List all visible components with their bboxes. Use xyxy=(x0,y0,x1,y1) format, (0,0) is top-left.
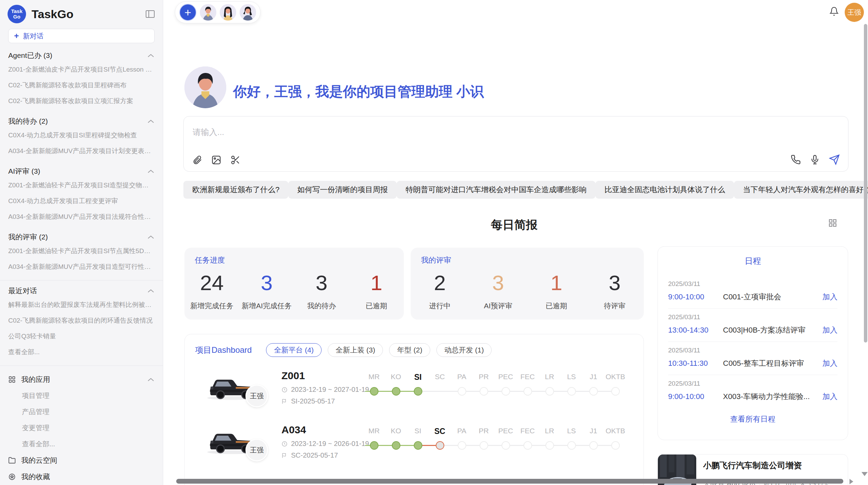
chat-input-box[interactable]: 请输入... xyxy=(183,116,848,172)
sidebar-task-item[interactable]: C0X4-动力总成开发项目SI里程碑提交物检查 xyxy=(8,127,155,143)
recent-conversation-item[interactable]: 解释最新出台的欧盟报废车法规再生塑料比例被调至15%... xyxy=(8,297,155,313)
app-sub-item[interactable]: 项目管理 xyxy=(0,388,163,404)
user-avatar[interactable]: 王强 xyxy=(845,3,864,22)
milestone-dot[interactable] xyxy=(370,441,378,450)
add-agent-button[interactable]: + xyxy=(179,4,196,21)
project-row[interactable]: 王强Z0012023-12-19 ~ 2027-01-19SI-2025-05-… xyxy=(204,370,637,424)
milestone-dot[interactable] xyxy=(545,441,554,450)
recent-conversation-item[interactable]: 公司Q3轻卡销量 xyxy=(8,328,155,344)
milestone-dot[interactable] xyxy=(589,387,598,396)
milestone-dot[interactable] xyxy=(436,441,444,450)
new-chat-button[interactable]: + 新对话 xyxy=(8,29,155,43)
horizontal-scrollbar[interactable] xyxy=(176,479,843,484)
schedule-item[interactable]: 2025/03/119:00-10:00C001-立项审批会加入 xyxy=(668,275,837,309)
chevron-up-icon[interactable] xyxy=(147,119,155,124)
milestone-dot[interactable] xyxy=(523,441,532,450)
member-avatar-3[interactable] xyxy=(240,4,256,21)
schedule-item[interactable]: 2025/03/1113:00-14:30C003|H0B-方案冻结评审加入 xyxy=(668,309,837,342)
member-avatar-1[interactable] xyxy=(200,4,216,21)
milestone-dot[interactable] xyxy=(523,387,532,396)
group-header[interactable]: AI评审 (3) xyxy=(8,166,155,176)
project-name[interactable]: Z001 xyxy=(281,370,305,382)
microphone-icon[interactable] xyxy=(810,154,820,165)
milestone-dot[interactable] xyxy=(414,441,422,450)
suggestion-chip[interactable]: 比亚迪全固态电池计划具体说了什么 xyxy=(595,181,734,199)
schedule-name: X003-车辆动力学性能验... xyxy=(723,391,818,402)
milestone-dot[interactable] xyxy=(414,387,422,396)
send-icon[interactable] xyxy=(829,154,840,165)
view-all-schedule-link[interactable]: 查看所有日程 xyxy=(668,408,837,431)
group-header[interactable]: 最近对话 xyxy=(8,286,155,296)
group-header[interactable]: 我的评审 (2) xyxy=(8,232,155,242)
app-sub-item[interactable]: 查看全部... xyxy=(0,436,163,452)
suggestion-chip[interactable]: 特朗普可能对进口汽车增税会对中国车企造成哪些影响 xyxy=(397,181,595,199)
sidebar-item-my-apps[interactable]: 我的应用 xyxy=(0,371,163,388)
sidebar-task-item[interactable]: C02-飞腾新能源轻客改款项目立项汇报方案 xyxy=(8,93,155,109)
milestone-dot[interactable] xyxy=(502,441,510,450)
schedule-item[interactable]: 2025/03/119:00-10:00X003-车辆动力学性能验...加入 xyxy=(668,375,837,408)
sidebar-task-item[interactable]: A034-全新新能源MUV产品开发项目计划变更表编写 xyxy=(8,143,155,159)
milestone-dot[interactable] xyxy=(589,441,598,450)
milestone-dot[interactable] xyxy=(611,441,620,450)
project-row[interactable]: 王强A0342023-12-19 ~ 2026-01-19SC-2025-05-… xyxy=(204,424,637,478)
milestone-dot[interactable] xyxy=(567,441,576,450)
sidebar-task-item[interactable]: A034-全新新能源MUV产品开发项目造型可行性评审 xyxy=(8,259,155,275)
notifications-bell-icon[interactable] xyxy=(829,6,839,16)
project-name[interactable]: A034 xyxy=(281,424,306,436)
suggestion-chip[interactable]: 欧洲新规最近颁布了什么? xyxy=(183,181,288,199)
recent-conversation-item[interactable]: 查看全部... xyxy=(8,344,155,360)
sidebar-task-item[interactable]: Z001-全新燃油轻卡产品开发项目SI节点属性5D文件评审 xyxy=(8,243,155,259)
chevron-up-icon[interactable] xyxy=(147,169,155,174)
recent-conversation-item[interactable]: C02-飞腾新能源轻客改款项目的闭环通告反馈情况 xyxy=(8,313,155,328)
join-meeting-link[interactable]: 加入 xyxy=(822,292,837,302)
dashboard-tab[interactable]: 动总开发 (1) xyxy=(436,343,492,357)
suggestion-chip[interactable]: 当下年轻人对汽车外观有怎样的喜好趋势 xyxy=(734,181,868,199)
briefing-layout-icon[interactable] xyxy=(828,219,837,227)
sidebar-task-item[interactable]: C0X4-动力总成开发项目工程变更评审 xyxy=(8,193,155,209)
milestone-dot[interactable] xyxy=(458,441,466,450)
phone-call-icon[interactable] xyxy=(791,154,801,165)
milestone-dot[interactable] xyxy=(611,387,620,396)
dashboard-tab[interactable]: 年型 (2) xyxy=(389,343,430,357)
milestone-dot[interactable] xyxy=(480,387,488,396)
app-logo[interactable]: Task Go xyxy=(8,5,26,23)
sidebar-task-item[interactable]: C02-飞腾新能源轻客改款项目里程碑画布 xyxy=(8,77,155,93)
sidebar-task-item[interactable]: Z001-全新燃油皮卡产品开发项目SI节点Lesson Learn报告 xyxy=(8,62,155,77)
scroll-right-arrow[interactable] xyxy=(849,479,853,484)
chevron-up-icon[interactable] xyxy=(147,377,155,382)
milestone-dot[interactable] xyxy=(392,387,400,396)
group-header[interactable]: Agent已办 (3) xyxy=(8,51,155,60)
scroll-down-arrow[interactable] xyxy=(861,472,868,476)
chevron-up-icon[interactable] xyxy=(147,288,155,293)
collapse-sidebar-icon[interactable] xyxy=(145,10,155,18)
dashboard-tab[interactable]: 全新平台 (4) xyxy=(266,343,322,357)
sidebar-task-item[interactable]: A034-全新新能源MUV产品开发项目法规符合性评审 xyxy=(8,209,155,225)
vertical-scrollbar[interactable] xyxy=(864,24,867,343)
schedule-item[interactable]: 2025/03/1110:30-11:30C005-整车工程目标评审加入 xyxy=(668,342,837,375)
attachment-icon[interactable] xyxy=(192,155,202,165)
join-meeting-link[interactable]: 加入 xyxy=(822,325,837,335)
join-meeting-link[interactable]: 加入 xyxy=(822,391,837,402)
milestone-dot[interactable] xyxy=(370,387,378,396)
image-icon[interactable] xyxy=(211,155,221,165)
sidebar-task-item[interactable]: Z001-全新燃油轻卡产品开发项目SI造型提交物评审 xyxy=(8,177,155,193)
milestone-dot[interactable] xyxy=(567,387,576,396)
milestone-dot[interactable] xyxy=(458,387,466,396)
app-sub-item[interactable]: 变更管理 xyxy=(0,420,163,436)
member-avatar-2[interactable] xyxy=(220,4,236,21)
milestone-dot[interactable] xyxy=(545,387,554,396)
group-header[interactable]: 我的待办 (2) xyxy=(8,116,155,126)
chevron-up-icon[interactable] xyxy=(147,235,155,239)
app-sub-item[interactable]: 产品管理 xyxy=(0,404,163,420)
sidebar-item-favorites[interactable]: 我的收藏 xyxy=(0,469,163,485)
milestone-dot[interactable] xyxy=(392,441,400,450)
scissors-icon[interactable] xyxy=(230,155,241,165)
chevron-up-icon[interactable] xyxy=(147,53,155,58)
milestone-dot[interactable] xyxy=(502,387,510,396)
sidebar-item-cloud-space[interactable]: 我的云空间 xyxy=(0,452,163,469)
dashboard-tab[interactable]: 全新上装 (3) xyxy=(328,343,383,357)
new-chat-label: 新对话 xyxy=(23,32,44,41)
milestone-dot[interactable] xyxy=(480,441,488,450)
suggestion-chip[interactable]: 如何写一份清晰的项目周报 xyxy=(288,181,397,199)
join-meeting-link[interactable]: 加入 xyxy=(822,358,837,369)
